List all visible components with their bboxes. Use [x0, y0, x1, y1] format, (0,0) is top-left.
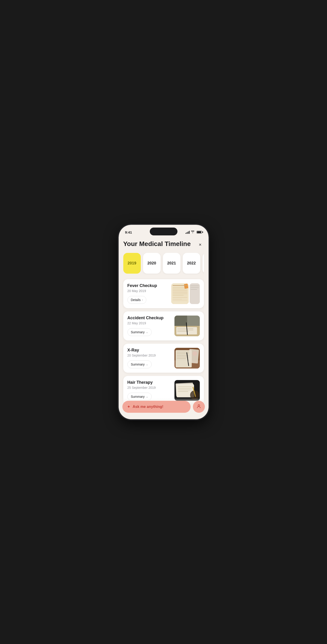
chevron-down-icon: ⌄ — [146, 330, 148, 334]
year-tab-2022[interactable]: 2022 — [183, 253, 200, 274]
card-date: 20 September 2019 — [127, 354, 172, 357]
svg-rect-1 — [173, 285, 184, 286]
details-button[interactable]: Details › — [127, 296, 147, 304]
year-tab-2019[interactable]: 2019 — [123, 253, 141, 274]
close-button[interactable]: × — [197, 241, 204, 248]
svg-rect-30 — [177, 358, 186, 359]
svg-rect-40 — [178, 390, 192, 390]
year-tabs[interactable]: 2019 2020 2021 2022 2023 2024 — [123, 253, 204, 274]
status-time: 9:41 — [125, 230, 132, 234]
ask-button-label: Ask me anything! — [133, 405, 163, 409]
dynamic-island — [150, 228, 177, 236]
summary-button-1[interactable]: Summary ⌄ — [127, 328, 152, 336]
battery-icon — [197, 231, 202, 234]
card-title: Accident Checkup — [127, 316, 172, 320]
svg-rect-29 — [177, 357, 191, 357]
svg-rect-4 — [173, 290, 187, 291]
year-tab-2021[interactable]: 2021 — [163, 253, 180, 274]
screen: 9:41 Your Medical Timeline — [119, 225, 209, 419]
profile-icon — [196, 404, 201, 410]
year-tab-2020[interactable]: 2020 — [143, 253, 161, 274]
card-title: Hair Therapy — [127, 380, 172, 385]
phone-frame: 9:41 Your Medical Timeline — [119, 225, 209, 419]
card-image-1 — [171, 283, 189, 304]
page-title: Your Medical Timeline — [123, 240, 191, 248]
chevron-down-icon: ⌄ — [146, 363, 148, 366]
card-date: 25 September 2019 — [127, 386, 172, 390]
card-image-2 — [190, 283, 200, 304]
svg-rect-16 — [174, 316, 187, 326]
card-image — [174, 316, 200, 336]
card-date: 22 May 2019 — [127, 321, 172, 325]
sparkle-icon: ✦ — [127, 404, 130, 409]
svg-rect-5 — [173, 292, 187, 292]
svg-rect-7 — [173, 295, 184, 296]
svg-rect-10 — [184, 284, 188, 288]
svg-rect-3 — [173, 288, 187, 289]
svg-rect-2 — [173, 287, 187, 288]
svg-rect-13 — [191, 288, 199, 288]
ask-button[interactable]: ✦ Ask me anything! — [122, 401, 191, 413]
bottom-bar: ✦ Ask me anything! — [119, 398, 209, 419]
card-images — [171, 283, 200, 304]
card-date: 20 May 2019 — [127, 289, 168, 293]
svg-rect-38 — [178, 386, 192, 387]
svg-rect-28 — [177, 355, 191, 356]
card-xray: X-Ray 20 September 2019 Summary ⌄ — [123, 344, 204, 373]
main-content[interactable]: Your Medical Timeline × 2019 2020 2021 2… — [119, 236, 209, 419]
svg-rect-9 — [173, 299, 182, 300]
svg-rect-20 — [177, 330, 193, 330]
svg-rect-26 — [177, 352, 191, 352]
card-accident-checkup-1: Accident Checkup 22 May 2019 Summary ⌄ — [123, 312, 204, 340]
profile-button[interactable] — [193, 401, 205, 413]
status-icons — [185, 230, 202, 234]
chevron-right-icon: › — [142, 298, 143, 302]
card-image — [174, 380, 200, 401]
svg-rect-39 — [178, 388, 192, 388]
signal-icon — [185, 231, 190, 234]
svg-rect-8 — [173, 297, 187, 298]
svg-rect-19 — [177, 328, 193, 329]
wifi-icon — [191, 230, 195, 234]
summary-button-2[interactable]: Summary ⌄ — [127, 360, 152, 368]
svg-rect-6 — [173, 294, 187, 294]
card-title: Fever Checkup — [127, 283, 168, 288]
header: Your Medical Timeline × — [123, 240, 204, 248]
svg-rect-12 — [191, 286, 199, 286]
svg-point-54 — [198, 404, 200, 406]
chevron-down-icon: ⌄ — [146, 395, 148, 398]
card-fever-checkup: Fever Checkup 20 May 2019 Details › — [123, 279, 204, 308]
svg-rect-14 — [191, 289, 197, 290]
svg-rect-11 — [190, 283, 200, 304]
svg-rect-41 — [178, 391, 188, 392]
card-title: X-Ray — [127, 348, 172, 353]
card-image — [174, 348, 200, 368]
year-tab-2023[interactable]: 2023 — [203, 253, 204, 274]
svg-rect-33 — [188, 349, 199, 364]
svg-rect-27 — [177, 354, 191, 354]
